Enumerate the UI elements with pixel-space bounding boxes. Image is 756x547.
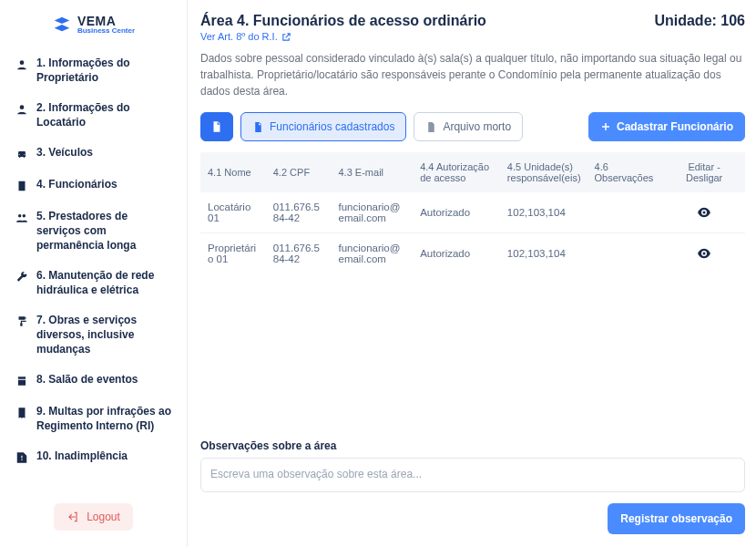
svg-point-3 — [23, 214, 26, 218]
cell-email: funcionario@email.com — [332, 192, 414, 233]
reference-link[interactable]: Ver Art. 8º do R.I. — [200, 31, 291, 42]
observations-input[interactable] — [200, 458, 745, 492]
cell-nome: Locatário 01 — [200, 192, 266, 233]
paint-icon — [15, 315, 29, 329]
logout-label: Logout — [87, 511, 120, 523]
sidebar-item-inadimplencia[interactable]: 10. Inadimplência — [7, 444, 179, 470]
sidebar-item-proprietario[interactable]: 1. Informações do Proprietário — [7, 51, 179, 90]
view-button[interactable] — [694, 202, 714, 222]
sidebar-item-manutencao[interactable]: 6. Manutenção de rede hidráulica e elétr… — [7, 263, 179, 303]
brand-name: VEMA — [77, 15, 135, 27]
archive-icon — [425, 121, 437, 133]
sidebar-item-funcionarios[interactable]: 4. Funcionários — [7, 172, 179, 199]
th-email: 4.3 E-mail — [332, 152, 414, 192]
logo: VEMA Business Center — [7, 11, 179, 51]
file-button[interactable] — [200, 112, 233, 141]
cell-cpf: 011.676.584-42 — [266, 192, 332, 233]
table-row: Proprietário 01 011.676.584-42 funcionar… — [200, 233, 745, 274]
person-icon — [15, 102, 29, 117]
tab-archived[interactable]: Arquivo morto — [414, 112, 523, 141]
cell-obs — [587, 192, 664, 233]
file-icon — [210, 120, 223, 133]
sidebar-item-label: 1. Informações do Proprietário — [36, 57, 172, 85]
people-icon — [15, 211, 29, 225]
person-icon — [15, 57, 29, 72]
main-content: Área 4. Funcionários de acesso ordinário… — [188, 0, 756, 547]
logout-button[interactable]: Logout — [54, 503, 133, 531]
sidebar-item-label: 9. Multas por infrações ao Regimento Int… — [36, 405, 172, 433]
cell-cpf: 011.676.584-42 — [266, 233, 332, 274]
employees-table: 4.1 Nome 4.2 CPF 4.3 E-mail 4.4 Autoriza… — [200, 152, 745, 274]
reference-link-label: Ver Art. 8º do R.I. — [200, 31, 278, 42]
tab-registered-label: Funcionários cadastrados — [270, 120, 394, 133]
th-auth: 4.4 Autorização de acesso — [413, 152, 500, 192]
toolbar: Funcionários cadastrados Arquivo morto C… — [200, 112, 745, 141]
cell-auth: Autorizado — [413, 192, 500, 233]
tab-archived-label: Arquivo morto — [443, 120, 511, 133]
cell-unidades: 102,103,104 — [500, 233, 587, 274]
sidebar-item-veiculos[interactable]: 3. Veículos — [7, 140, 179, 167]
th-unidades: 4.5 Unidade(s) responsável(eis) — [500, 152, 587, 192]
page-description: Dados sobre pessoal considerado vinculad… — [200, 50, 745, 99]
cell-obs — [587, 233, 664, 274]
sidebar-item-label: 8. Salão de eventos — [36, 373, 172, 387]
th-nome: 4.1 Nome — [200, 152, 266, 192]
sidebar-item-obras[interactable]: 7. Obras e serviços diversos, inclusive … — [7, 308, 179, 362]
svg-point-0 — [20, 60, 25, 65]
sidebar-item-label: 3. Veículos — [36, 146, 172, 160]
sidebar-item-label: 7. Obras e serviços diversos, inclusive … — [36, 314, 172, 356]
sidebar-item-label: 10. Inadimplência — [36, 449, 172, 464]
view-button[interactable] — [694, 243, 714, 263]
sidebar: VEMA Business Center 1. Informações do P… — [0, 0, 188, 547]
svg-point-1 — [20, 106, 25, 110]
observations-label: Observações sobre a área — [200, 439, 745, 452]
register-observation-button[interactable]: Registrar observação — [608, 503, 745, 534]
table-row: Locatário 01 011.676.584-42 funcionario@… — [200, 192, 745, 233]
sidebar-item-label: 5. Prestadores de serviços com permanênc… — [36, 210, 172, 253]
sidebar-item-label: 4. Funcionários — [36, 178, 172, 192]
page-title: Área 4. Funcionários de acesso ordinário — [200, 13, 486, 29]
warning-icon — [15, 450, 29, 465]
sidebar-item-multas[interactable]: 9. Multas por infrações ao Regimento Int… — [7, 399, 179, 439]
receipt-icon — [15, 406, 29, 420]
add-employee-label: Cadastrar Funcionário — [617, 120, 733, 133]
th-cpf: 4.2 CPF — [266, 152, 332, 192]
cell-auth: Autorizado — [413, 233, 500, 274]
cell-unidades: 102,103,104 — [500, 192, 587, 233]
sidebar-item-prestadores[interactable]: 5. Prestadores de serviços com permanênc… — [7, 204, 179, 258]
event-icon — [15, 374, 29, 388]
sidebar-item-label: 6. Manutenção de rede hidráulica e elétr… — [36, 269, 172, 297]
svg-point-2 — [18, 214, 22, 218]
cell-nome: Proprietário 01 — [200, 233, 266, 274]
logout-icon — [66, 511, 79, 523]
cell-email: funcionario@email.com — [332, 233, 414, 274]
sidebar-nav: 1. Informações do Proprietário 2. Inform… — [7, 51, 179, 503]
th-obs: 4.6 Observações — [587, 152, 664, 192]
logo-icon — [52, 15, 72, 35]
add-employee-button[interactable]: Cadastrar Funcionário — [588, 112, 745, 141]
door-icon — [15, 179, 29, 193]
external-link-icon — [281, 32, 291, 42]
tab-registered[interactable]: Funcionários cadastrados — [240, 112, 406, 141]
wrench-icon — [15, 270, 29, 284]
unit-label: Unidade: 106 — [654, 13, 745, 29]
sidebar-item-label: 2. Informações do Locatário — [36, 101, 172, 129]
file-icon — [252, 121, 264, 133]
th-edit: Editar - Desligar — [663, 152, 745, 192]
sidebar-item-salao[interactable]: 8. Salão de eventos — [7, 367, 179, 394]
plus-icon — [600, 121, 611, 132]
brand-tagline: Business Center — [77, 27, 135, 35]
car-icon — [15, 147, 29, 161]
sidebar-item-locatario[interactable]: 2. Informações do Locatário — [7, 96, 179, 135]
